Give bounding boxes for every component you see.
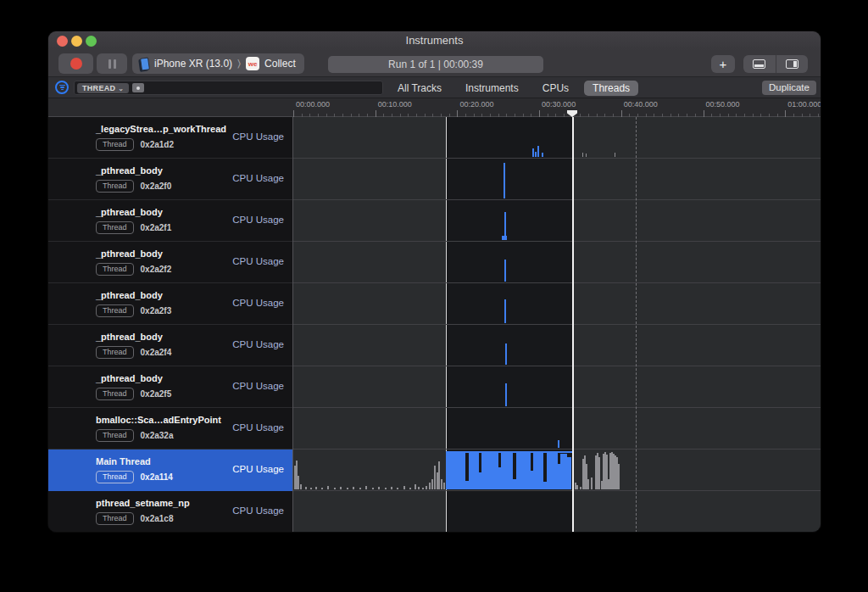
meter-label: CPU Usage — [232, 298, 284, 308]
graph-bar — [560, 454, 567, 489]
track-header[interactable]: _pthread_bodyThread0x2a2f5CPU Usage — [48, 366, 292, 408]
major-tick — [539, 110, 540, 117]
graph-bar — [504, 212, 506, 240]
cpu-usage-lane[interactable] — [293, 283, 821, 325]
track-header[interactable]: _pthread_bodyThread0x2a2f3CPU Usage — [48, 283, 292, 325]
track-header[interactable]: _pthread_bodyThread0x2a2f0CPU Usage — [48, 159, 292, 200]
device-name: iPhone XR (13.0) — [154, 58, 232, 70]
graph-bar — [310, 488, 312, 489]
thread-badge: Thread — [96, 221, 134, 234]
window-title: Instruments — [48, 34, 821, 47]
cpu-usage-lane[interactable] — [293, 242, 821, 283]
thread-address: 0x2a1c8 — [141, 514, 174, 523]
track-header[interactable]: Main ThreadThread0x2a114CPU Usage — [48, 450, 292, 491]
meter-label: CPU Usage — [232, 173, 284, 183]
meter-label: CPU Usage — [232, 215, 284, 225]
tick-label: 01:00.000 — [787, 100, 821, 109]
graph-bar — [535, 152, 537, 157]
tick-label: 00:00.000 — [296, 100, 330, 109]
graph-bar — [582, 153, 583, 157]
filter-token-option[interactable] — [132, 83, 144, 92]
graph-bar — [347, 488, 348, 489]
graph-bar — [516, 452, 531, 489]
track-header[interactable]: pthread_setname_npThread0x2a1c8CPU Usage — [48, 491, 292, 533]
graph-bar — [415, 484, 416, 489]
thread-address: 0x2a2f4 — [141, 348, 172, 357]
record-button[interactable] — [58, 53, 93, 74]
add-instrument-button[interactable]: + — [711, 55, 735, 73]
graph-bar — [481, 452, 498, 489]
graph-bar — [576, 485, 578, 489]
cpu-usage-lane[interactable] — [293, 491, 821, 533]
thread-name: _legacyStrea…p_workThread — [96, 124, 226, 134]
tick-label: 00:50.000 — [706, 100, 740, 109]
graph-bar — [300, 484, 302, 489]
cpu-usage-lane[interactable] — [293, 159, 821, 200]
cpu-usage-lane[interactable] — [293, 325, 821, 366]
tab-cpus[interactable]: CPUs — [534, 81, 577, 96]
filter-bar: THREAD ⌄ All Tracks Instruments CPUs Thr… — [48, 77, 821, 98]
track-header[interactable]: _pthread_bodyThread0x2a2f1CPU Usage — [48, 200, 292, 242]
cpu-usage-lane[interactable] — [293, 450, 821, 491]
thread-badge: Thread — [96, 346, 134, 359]
pause-button[interactable] — [97, 53, 127, 74]
graph-bar — [429, 483, 431, 489]
cpu-usage-lane[interactable] — [293, 117, 821, 159]
thread-address: 0x2a1d2 — [141, 140, 174, 149]
thread-badge: Thread — [96, 429, 134, 442]
thread-meta: Thread0x2a114 — [96, 471, 173, 483]
thread-name: _pthread_body — [96, 165, 163, 176]
bottom-pane-icon — [753, 59, 765, 69]
tab-all-tracks[interactable]: All Tracks — [389, 81, 450, 96]
timeline-lanes[interactable] — [292, 117, 821, 533]
run-status-display: Run 1 of 1 | 00:00:39 — [328, 56, 543, 73]
graph-bar — [580, 487, 581, 489]
major-tick — [785, 110, 786, 117]
tab-instruments[interactable]: Instruments — [457, 81, 527, 96]
right-pane-toggle[interactable] — [776, 55, 809, 73]
playhead-line[interactable] — [572, 117, 574, 533]
graph-bar — [598, 457, 600, 489]
cpu-usage-lane[interactable] — [293, 366, 821, 408]
right-pane-icon — [786, 59, 798, 69]
graph-bar — [443, 483, 445, 489]
graph-bar — [505, 383, 507, 406]
tick-label: 00:30.000 — [542, 100, 576, 109]
tab-threads[interactable]: Threads — [584, 81, 638, 96]
thread-meta: Thread0x2a2f3 — [96, 304, 171, 317]
thread-address: 0x2a2f1 — [141, 223, 172, 232]
graph-bar — [505, 343, 507, 365]
thread-meta: Thread0x2a32a — [96, 429, 173, 442]
thread-meta: Thread0x2a2f1 — [96, 221, 171, 234]
filter-icon[interactable] — [55, 81, 69, 94]
bottom-pane-toggle[interactable] — [743, 55, 776, 73]
time-ruler[interactable]: 00:00.00000:10.00000:20.00000:30.00000:4… — [48, 98, 821, 117]
title-bar[interactable]: Instruments — [48, 31, 821, 50]
chevron-down-icon: ⌄ — [118, 85, 124, 92]
graph-bar — [618, 464, 620, 489]
cpu-usage-lane[interactable] — [293, 200, 821, 242]
target-selector[interactable]: iPhone XR (13.0) 〉 we Collect — [132, 53, 304, 74]
duplicate-button[interactable]: Duplicate — [762, 81, 816, 95]
track-header[interactable]: _legacyStrea…p_workThreadThread0x2a1d2CP… — [48, 117, 292, 159]
track-header[interactable]: bmalloc::Sca…adEntryPointThread0x2a32aCP… — [48, 408, 292, 450]
graph-bar — [391, 487, 392, 489]
cpu-usage-lane[interactable] — [293, 408, 821, 450]
track-header[interactable]: _pthread_bodyThread0x2a2f2CPU Usage — [48, 242, 292, 283]
ruler-scale: 00:00.00000:10.00000:20.00000:30.00000:4… — [292, 98, 821, 117]
graph-bar — [359, 488, 361, 489]
graph-bar — [327, 486, 329, 489]
graph-bar — [418, 487, 420, 489]
track-label-column: _legacyStrea…p_workThreadThread0x2a1d2CP… — [48, 117, 292, 533]
track-header[interactable]: _pthread_bodyThread0x2a2f4CPU Usage — [48, 325, 292, 366]
graph-bar — [469, 452, 479, 489]
thread-badge: Thread — [96, 138, 134, 151]
thread-meta: Thread0x2a2f0 — [96, 180, 171, 193]
track-filter-input[interactable]: THREAD ⌄ — [74, 81, 383, 95]
graph-bar — [378, 487, 380, 489]
thread-name: _pthread_body — [96, 332, 163, 342]
thread-badge: Thread — [96, 471, 134, 483]
filter-token-thread[interactable]: THREAD ⌄ — [77, 83, 129, 93]
major-tick — [457, 110, 458, 117]
tick-label: 00:10.000 — [378, 100, 412, 109]
